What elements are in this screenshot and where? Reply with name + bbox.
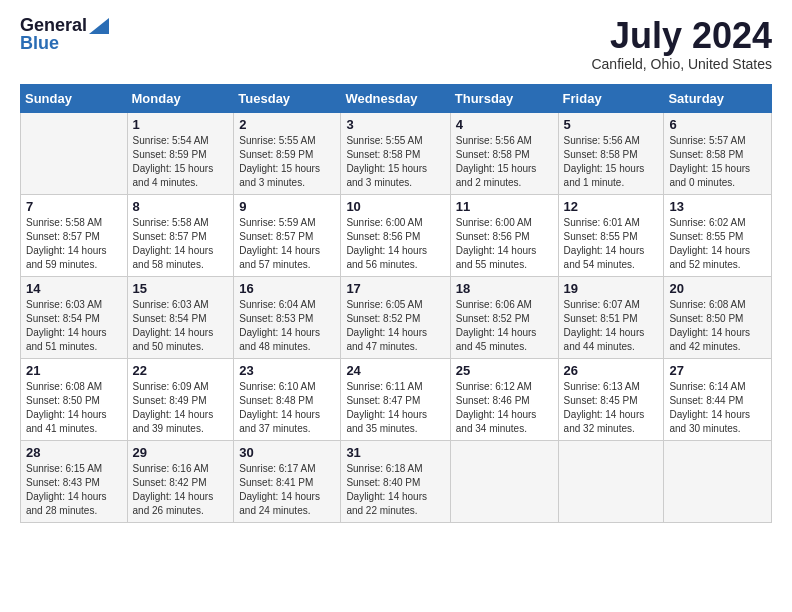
calendar-cell: 30Sunrise: 6:17 AMSunset: 8:41 PMDayligh… bbox=[234, 440, 341, 522]
day-number: 11 bbox=[456, 199, 553, 214]
calendar-cell bbox=[664, 440, 772, 522]
calendar-cell: 23Sunrise: 6:10 AMSunset: 8:48 PMDayligh… bbox=[234, 358, 341, 440]
calendar-cell: 25Sunrise: 6:12 AMSunset: 8:46 PMDayligh… bbox=[450, 358, 558, 440]
cell-info: Sunrise: 5:56 AMSunset: 8:58 PMDaylight:… bbox=[564, 134, 659, 190]
calendar-cell: 27Sunrise: 6:14 AMSunset: 8:44 PMDayligh… bbox=[664, 358, 772, 440]
calendar-cell: 5Sunrise: 5:56 AMSunset: 8:58 PMDaylight… bbox=[558, 112, 664, 194]
cell-info: Sunrise: 6:01 AMSunset: 8:55 PMDaylight:… bbox=[564, 216, 659, 272]
calendar-cell bbox=[558, 440, 664, 522]
calendar-cell: 4Sunrise: 5:56 AMSunset: 8:58 PMDaylight… bbox=[450, 112, 558, 194]
cell-info: Sunrise: 6:00 AMSunset: 8:56 PMDaylight:… bbox=[456, 216, 553, 272]
logo-icon bbox=[89, 18, 109, 34]
header-day-wednesday: Wednesday bbox=[341, 84, 450, 112]
header-day-sunday: Sunday bbox=[21, 84, 128, 112]
week-row-5: 28Sunrise: 6:15 AMSunset: 8:43 PMDayligh… bbox=[21, 440, 772, 522]
calendar-cell: 6Sunrise: 5:57 AMSunset: 8:58 PMDaylight… bbox=[664, 112, 772, 194]
calendar-cell: 8Sunrise: 5:58 AMSunset: 8:57 PMDaylight… bbox=[127, 194, 234, 276]
day-number: 3 bbox=[346, 117, 444, 132]
day-number: 27 bbox=[669, 363, 766, 378]
day-number: 20 bbox=[669, 281, 766, 296]
calendar-cell: 24Sunrise: 6:11 AMSunset: 8:47 PMDayligh… bbox=[341, 358, 450, 440]
header-day-saturday: Saturday bbox=[664, 84, 772, 112]
cell-info: Sunrise: 6:13 AMSunset: 8:45 PMDaylight:… bbox=[564, 380, 659, 436]
day-number: 22 bbox=[133, 363, 229, 378]
cell-info: Sunrise: 6:08 AMSunset: 8:50 PMDaylight:… bbox=[669, 298, 766, 354]
day-number: 2 bbox=[239, 117, 335, 132]
day-number: 1 bbox=[133, 117, 229, 132]
header-day-monday: Monday bbox=[127, 84, 234, 112]
cell-info: Sunrise: 6:02 AMSunset: 8:55 PMDaylight:… bbox=[669, 216, 766, 272]
location-subtitle: Canfield, Ohio, United States bbox=[591, 56, 772, 72]
day-number: 19 bbox=[564, 281, 659, 296]
calendar-cell: 17Sunrise: 6:05 AMSunset: 8:52 PMDayligh… bbox=[341, 276, 450, 358]
week-row-1: 1Sunrise: 5:54 AMSunset: 8:59 PMDaylight… bbox=[21, 112, 772, 194]
day-number: 31 bbox=[346, 445, 444, 460]
cell-info: Sunrise: 6:09 AMSunset: 8:49 PMDaylight:… bbox=[133, 380, 229, 436]
calendar-cell: 18Sunrise: 6:06 AMSunset: 8:52 PMDayligh… bbox=[450, 276, 558, 358]
day-number: 7 bbox=[26, 199, 122, 214]
day-number: 16 bbox=[239, 281, 335, 296]
day-number: 4 bbox=[456, 117, 553, 132]
calendar-cell: 31Sunrise: 6:18 AMSunset: 8:40 PMDayligh… bbox=[341, 440, 450, 522]
calendar-header: SundayMondayTuesdayWednesdayThursdayFrid… bbox=[21, 84, 772, 112]
day-number: 14 bbox=[26, 281, 122, 296]
day-number: 26 bbox=[564, 363, 659, 378]
calendar-cell: 11Sunrise: 6:00 AMSunset: 8:56 PMDayligh… bbox=[450, 194, 558, 276]
cell-info: Sunrise: 5:55 AMSunset: 8:59 PMDaylight:… bbox=[239, 134, 335, 190]
day-number: 18 bbox=[456, 281, 553, 296]
cell-info: Sunrise: 5:58 AMSunset: 8:57 PMDaylight:… bbox=[26, 216, 122, 272]
cell-info: Sunrise: 6:05 AMSunset: 8:52 PMDaylight:… bbox=[346, 298, 444, 354]
header-day-thursday: Thursday bbox=[450, 84, 558, 112]
cell-info: Sunrise: 5:55 AMSunset: 8:58 PMDaylight:… bbox=[346, 134, 444, 190]
calendar-cell: 10Sunrise: 6:00 AMSunset: 8:56 PMDayligh… bbox=[341, 194, 450, 276]
cell-info: Sunrise: 6:08 AMSunset: 8:50 PMDaylight:… bbox=[26, 380, 122, 436]
day-number: 29 bbox=[133, 445, 229, 460]
calendar-cell: 1Sunrise: 5:54 AMSunset: 8:59 PMDaylight… bbox=[127, 112, 234, 194]
cell-info: Sunrise: 6:04 AMSunset: 8:53 PMDaylight:… bbox=[239, 298, 335, 354]
cell-info: Sunrise: 6:07 AMSunset: 8:51 PMDaylight:… bbox=[564, 298, 659, 354]
svg-marker-0 bbox=[89, 18, 109, 34]
calendar-cell: 22Sunrise: 6:09 AMSunset: 8:49 PMDayligh… bbox=[127, 358, 234, 440]
month-year-title: July 2024 bbox=[591, 16, 772, 56]
calendar-cell: 26Sunrise: 6:13 AMSunset: 8:45 PMDayligh… bbox=[558, 358, 664, 440]
header-row: SundayMondayTuesdayWednesdayThursdayFrid… bbox=[21, 84, 772, 112]
cell-info: Sunrise: 6:00 AMSunset: 8:56 PMDaylight:… bbox=[346, 216, 444, 272]
day-number: 23 bbox=[239, 363, 335, 378]
calendar-cell: 16Sunrise: 6:04 AMSunset: 8:53 PMDayligh… bbox=[234, 276, 341, 358]
day-number: 15 bbox=[133, 281, 229, 296]
calendar-cell bbox=[21, 112, 128, 194]
day-number: 8 bbox=[133, 199, 229, 214]
week-row-2: 7Sunrise: 5:58 AMSunset: 8:57 PMDaylight… bbox=[21, 194, 772, 276]
calendar-cell: 20Sunrise: 6:08 AMSunset: 8:50 PMDayligh… bbox=[664, 276, 772, 358]
calendar-cell: 12Sunrise: 6:01 AMSunset: 8:55 PMDayligh… bbox=[558, 194, 664, 276]
day-number: 10 bbox=[346, 199, 444, 214]
cell-info: Sunrise: 5:58 AMSunset: 8:57 PMDaylight:… bbox=[133, 216, 229, 272]
cell-info: Sunrise: 6:14 AMSunset: 8:44 PMDaylight:… bbox=[669, 380, 766, 436]
day-number: 12 bbox=[564, 199, 659, 214]
page-header: General Blue July 2024 Canfield, Ohio, U… bbox=[20, 16, 772, 72]
logo-blue-text: Blue bbox=[20, 34, 109, 54]
week-row-4: 21Sunrise: 6:08 AMSunset: 8:50 PMDayligh… bbox=[21, 358, 772, 440]
day-number: 13 bbox=[669, 199, 766, 214]
calendar-cell: 7Sunrise: 5:58 AMSunset: 8:57 PMDaylight… bbox=[21, 194, 128, 276]
day-number: 25 bbox=[456, 363, 553, 378]
calendar-cell: 9Sunrise: 5:59 AMSunset: 8:57 PMDaylight… bbox=[234, 194, 341, 276]
cell-info: Sunrise: 6:03 AMSunset: 8:54 PMDaylight:… bbox=[26, 298, 122, 354]
calendar-cell: 19Sunrise: 6:07 AMSunset: 8:51 PMDayligh… bbox=[558, 276, 664, 358]
cell-info: Sunrise: 6:10 AMSunset: 8:48 PMDaylight:… bbox=[239, 380, 335, 436]
day-number: 28 bbox=[26, 445, 122, 460]
day-number: 6 bbox=[669, 117, 766, 132]
week-row-3: 14Sunrise: 6:03 AMSunset: 8:54 PMDayligh… bbox=[21, 276, 772, 358]
cell-info: Sunrise: 6:06 AMSunset: 8:52 PMDaylight:… bbox=[456, 298, 553, 354]
cell-info: Sunrise: 6:15 AMSunset: 8:43 PMDaylight:… bbox=[26, 462, 122, 518]
cell-info: Sunrise: 5:57 AMSunset: 8:58 PMDaylight:… bbox=[669, 134, 766, 190]
day-number: 5 bbox=[564, 117, 659, 132]
calendar-cell: 29Sunrise: 6:16 AMSunset: 8:42 PMDayligh… bbox=[127, 440, 234, 522]
calendar-cell: 14Sunrise: 6:03 AMSunset: 8:54 PMDayligh… bbox=[21, 276, 128, 358]
day-number: 30 bbox=[239, 445, 335, 460]
cell-info: Sunrise: 5:56 AMSunset: 8:58 PMDaylight:… bbox=[456, 134, 553, 190]
cell-info: Sunrise: 6:16 AMSunset: 8:42 PMDaylight:… bbox=[133, 462, 229, 518]
calendar-cell: 21Sunrise: 6:08 AMSunset: 8:50 PMDayligh… bbox=[21, 358, 128, 440]
header-day-tuesday: Tuesday bbox=[234, 84, 341, 112]
title-block: July 2024 Canfield, Ohio, United States bbox=[591, 16, 772, 72]
